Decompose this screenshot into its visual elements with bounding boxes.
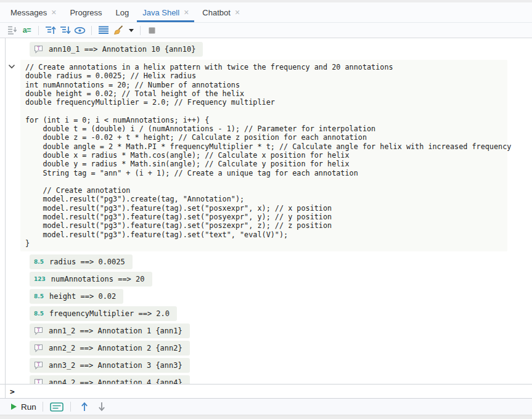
result-row: Tann1_2 ==> Annotation 1 {ann1}: [30, 323, 190, 338]
tab-close-icon[interactable]: ×: [235, 8, 240, 17]
result-row: Tann4_2 ==> Annotation 4 {ann4}: [30, 375, 190, 384]
code-text: // Create annotations in a helix pattern…: [25, 63, 502, 248]
show-values-icon[interactable]: a=: [20, 24, 33, 37]
scroll-up-icon[interactable]: [77, 401, 92, 413]
tab-log[interactable]: Log: [108, 2, 136, 22]
tab-chatbot[interactable]: Chatbot×: [195, 2, 247, 22]
stop-icon[interactable]: [145, 24, 158, 37]
clear-dropdown-arrow[interactable]: [126, 24, 135, 37]
prompt-char: >: [10, 387, 15, 396]
console-toolbar: a=: [0, 23, 532, 38]
code-fold-chevron-icon[interactable]: [8, 60, 15, 65]
tab-progress[interactable]: Progress: [63, 2, 108, 22]
console-prompt-row[interactable]: >: [0, 384, 532, 398]
result-text: ann10_1 ==> Annotation 10 {ann10}: [49, 45, 195, 54]
tab-label: Java Shell: [142, 8, 179, 17]
run-button-label: Run: [21, 402, 36, 412]
toolbar-separator: [91, 26, 92, 35]
svg-text:T: T: [37, 362, 40, 367]
gutter-border: [5, 38, 6, 384]
annotation-icon: T: [34, 344, 43, 352]
annotation-icon: T: [34, 45, 43, 54]
int-type-icon: 123: [34, 276, 46, 282]
double-type-icon: 8.5: [34, 293, 44, 299]
toolbar-separator: [38, 26, 39, 35]
tab-label: Chatbot: [202, 8, 231, 17]
copy-lines-icon[interactable]: [6, 24, 18, 37]
annotation-icon: T: [34, 327, 43, 335]
console-history-area[interactable]: T ann10_1 ==> Annotation 10 {ann10} // C…: [0, 38, 532, 384]
svg-text:T: T: [37, 46, 40, 51]
result-text: ann3_2 ==> Annotation 3 {ann3}: [49, 361, 182, 370]
java-shell-window: Messages×ProgressLogJava Shell×Chatbot× …: [0, 0, 532, 419]
results-list: 8.5radius ==> 0.0025123numAnnotations ==…: [0, 253, 532, 384]
run-toolbar: Run: [0, 398, 532, 415]
code-input-block[interactable]: // Create annotations in a helix pattern…: [20, 60, 507, 251]
gutter-border: [5, 384, 6, 398]
tab-close-icon[interactable]: ×: [51, 8, 56, 17]
result-row: 8.5height ==> 0.02: [30, 289, 123, 304]
tab-label: Messages: [10, 8, 47, 17]
show-hide-output-icon[interactable]: [73, 24, 86, 37]
scroll-to-next-icon[interactable]: [59, 24, 72, 37]
tab-label: Progress: [70, 8, 102, 17]
window-bottom-strip: [0, 415, 532, 419]
tab-java-shell[interactable]: Java Shell×: [136, 2, 195, 22]
chevron-down-icon: [129, 29, 134, 32]
result-row: 123numAnnotations ==> 20: [30, 272, 152, 287]
result-row: Tann2_2 ==> Annotation 2 {ann2}: [30, 341, 190, 356]
annotation-icon: T: [34, 378, 43, 384]
toolbar-separator: [140, 26, 141, 35]
runbar-separator: [70, 402, 71, 412]
result-row: Tann3_2 ==> Annotation 3 {ann3}: [30, 358, 190, 373]
result-text: ann2_2 ==> Annotation 2 {ann2}: [49, 344, 182, 352]
svg-text:T: T: [37, 379, 40, 384]
result-text: frequencyMultiplier ==> 2.0: [49, 309, 170, 318]
scroll-down-icon[interactable]: [94, 401, 109, 413]
double-type-icon: 8.5: [34, 311, 44, 317]
tab-messages[interactable]: Messages×: [4, 2, 63, 22]
result-text: ann1_2 ==> Annotation 1 {ann1}: [49, 327, 182, 335]
svg-text:T: T: [37, 344, 40, 350]
annotation-icon: T: [34, 361, 43, 370]
runbar-separator: [43, 402, 43, 412]
result-text: height ==> 0.02: [49, 292, 116, 301]
command-window-icon[interactable]: [49, 401, 64, 413]
double-type-icon: 8.5: [34, 259, 44, 265]
svg-text:T: T: [37, 327, 40, 333]
result-row: 8.5frequencyMultiplier ==> 2.0: [30, 306, 177, 321]
result-row: T ann10_1 ==> Annotation 10 {ann10}: [30, 42, 203, 57]
tab-label: Log: [115, 8, 129, 17]
result-row: 8.5radius ==> 0.0025: [30, 254, 133, 269]
tab-close-icon[interactable]: ×: [184, 8, 189, 17]
run-play-icon: [11, 404, 17, 410]
result-text: numAnnotations ==> 20: [51, 275, 145, 283]
clear-console-icon[interactable]: [112, 24, 125, 37]
scroll-to-previous-icon[interactable]: [44, 24, 57, 37]
tab-bar: Messages×ProgressLogJava Shell×Chatbot×: [0, 2, 532, 23]
run-button[interactable]: Run: [11, 402, 36, 412]
result-text: radius ==> 0.0025: [49, 258, 125, 266]
result-text: ann4_2 ==> Annotation 4 {ann4}: [49, 378, 182, 384]
select-all-lines-icon[interactable]: [97, 24, 110, 37]
